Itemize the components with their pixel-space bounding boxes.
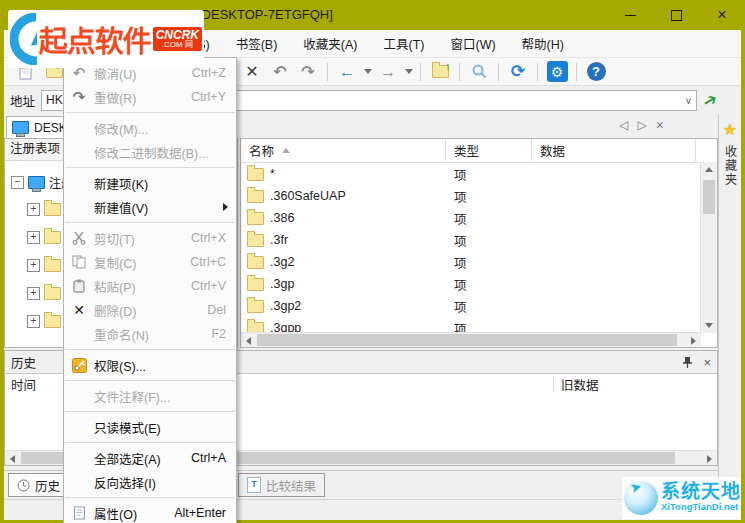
tab-history[interactable]: 历史 <box>8 473 69 497</box>
menu-item-invert-selection[interactable]: 反向选择(I) <box>64 470 236 494</box>
list-row[interactable]: .386项 <box>241 207 717 229</box>
key-icon <box>247 278 264 291</box>
key-icon <box>247 212 264 225</box>
scrollbar-thumb[interactable] <box>257 334 677 346</box>
list-row[interactable]: *项 <box>241 163 717 185</box>
forward-dropdown[interactable] <box>405 69 413 74</box>
menu-separator <box>65 380 235 381</box>
tab-scroll-left-button[interactable]: ◁ <box>619 118 628 132</box>
column-name[interactable]: 名称 <box>241 139 446 162</box>
scissors-icon <box>72 231 86 245</box>
redo-button[interactable]: ↷ <box>296 60 320 84</box>
toolbar-separator <box>420 63 421 81</box>
menu-item-paste[interactable]: 粘贴(P)Ctrl+V <box>64 274 236 298</box>
menu-item-permissions[interactable]: 权限(S)... <box>64 353 236 377</box>
expand-icon[interactable]: + <box>27 231 40 244</box>
menu-item-readonly-mode[interactable]: 只读模式(E) <box>64 415 236 439</box>
scroll-right-icon[interactable] <box>707 455 712 463</box>
refresh-button[interactable]: ⟳ <box>506 60 530 84</box>
column-time[interactable]: 时间 <box>5 375 36 394</box>
list-row[interactable]: .3gp项 <box>241 273 717 295</box>
horizontal-scrollbar[interactable] <box>241 332 701 347</box>
folder-icon <box>44 287 61 300</box>
key-icon <box>247 168 264 181</box>
toolbar-separator <box>327 63 328 81</box>
menu-item-rename[interactable]: 重命名(N)F2 <box>64 322 236 346</box>
menu-item-modify[interactable]: 修改(M)... <box>64 116 236 140</box>
chevron-down-icon[interactable]: ∨ <box>685 95 692 106</box>
up-level-button[interactable]: ↑ <box>428 60 452 84</box>
column-data[interactable]: 数据 <box>532 139 696 162</box>
column-type[interactable]: 类型 <box>446 139 532 162</box>
watermark-cncrk-logo: 起点软件 CNCRK .COM 网 <box>8 10 204 68</box>
menu-item-delete[interactable]: ✕ 删除(D)Del <box>64 298 236 322</box>
menu-item-file-comment[interactable]: 文件注释(F)... <box>64 384 236 408</box>
menu-item-select-all[interactable]: 全部选定(A)Ctrl+A <box>64 446 236 470</box>
menu-item-redo[interactable]: ↷ 重做(R)Ctrl+Y <box>64 85 236 109</box>
menu-tools[interactable]: 工具(T) <box>384 34 425 53</box>
menu-item-copy[interactable]: 复制(C)Ctrl+C <box>64 250 236 274</box>
list-row[interactable]: .3g2项 <box>241 251 717 273</box>
search-button[interactable] <box>467 60 491 84</box>
menu-help[interactable]: 帮助(H) <box>522 34 564 53</box>
menu-item-new-key[interactable]: 新建项(K) <box>64 171 236 195</box>
scroll-down-icon[interactable] <box>705 323 713 328</box>
menu-window[interactable]: 窗口(W) <box>450 34 495 53</box>
minimize-button[interactable] <box>607 0 653 30</box>
help-button[interactable]: ? <box>584 60 608 84</box>
folder-icon <box>44 315 61 328</box>
menu-item-properties[interactable]: 属性(O)Alt+Enter <box>64 501 236 523</box>
menu-item-modify-binary[interactable]: 修改二进制数据(B)... <box>64 140 236 164</box>
key-icon <box>247 190 264 203</box>
menu-separator <box>65 167 235 168</box>
menu-item-cut[interactable]: 剪切(T)Ctrl+X <box>64 226 236 250</box>
refresh-icon: ⟳ <box>511 61 525 82</box>
menu-favorites[interactable]: 收藏夹(A) <box>303 34 357 53</box>
scroll-right-icon[interactable] <box>691 337 696 345</box>
undo-button[interactable]: ↶ <box>268 60 292 84</box>
expand-icon[interactable]: + <box>27 315 40 328</box>
list-row[interactable]: .3fr项 <box>241 229 717 251</box>
back-icon: ← <box>339 63 355 81</box>
menu-bookmarks[interactable]: 书签(B) <box>236 34 278 53</box>
collapse-icon[interactable]: − <box>11 176 24 189</box>
context-menu: ↶ 撤消(U)Ctrl+Z ↷ 重做(R)Ctrl+Y 修改(M)... 修改二… <box>63 57 237 523</box>
help-icon: ? <box>587 62 606 81</box>
tab-compare-results[interactable]: T 比较结果 <box>238 473 325 497</box>
redo-icon: ↷ <box>301 62 314 81</box>
scrollbar-thumb[interactable] <box>703 180 715 214</box>
close-panel-icon[interactable]: × <box>703 355 711 370</box>
tab-scroll-right-button[interactable]: ▷ <box>638 118 647 132</box>
maximize-icon <box>671 10 682 21</box>
scroll-left-icon[interactable] <box>246 337 251 345</box>
settings-button[interactable]: ⚙ <box>545 60 569 84</box>
sort-asc-icon <box>282 148 290 153</box>
column-divider <box>553 376 554 392</box>
close-button[interactable]: × <box>699 0 745 30</box>
list-row[interactable]: .3gp2项 <box>241 295 717 317</box>
key-icon <box>72 358 87 373</box>
star-icon: ★ <box>723 120 737 139</box>
cncrk-g-icon <box>10 13 37 65</box>
forward-button[interactable]: → <box>376 60 400 84</box>
menu-separator <box>65 112 235 113</box>
tab-close-button[interactable]: × <box>656 117 664 133</box>
scroll-up-icon[interactable] <box>705 167 713 172</box>
expand-icon[interactable]: + <box>27 259 40 272</box>
key-icon <box>247 300 264 313</box>
pin-icon[interactable] <box>682 356 693 369</box>
vertical-scrollbar[interactable] <box>700 162 717 333</box>
list-row[interactable]: .360SafeUAP项 <box>241 185 717 207</box>
column-old-data[interactable]: 旧数据 <box>561 375 599 394</box>
back-dropdown[interactable] <box>364 69 372 74</box>
back-button[interactable]: ← <box>335 60 359 84</box>
scroll-left-icon[interactable] <box>10 455 15 463</box>
delete-button[interactable]: ✕ <box>240 60 264 84</box>
go-button[interactable]: ➔ <box>699 87 722 112</box>
maximize-button[interactable] <box>653 0 699 30</box>
expand-icon[interactable]: + <box>27 287 40 300</box>
menu-item-new-value[interactable]: 新建值(V) <box>64 195 236 219</box>
favorites-side-tab[interactable]: ★ 收藏夹 <box>718 114 741 519</box>
expand-icon[interactable]: + <box>27 203 40 216</box>
submenu-arrow-icon <box>223 203 228 211</box>
